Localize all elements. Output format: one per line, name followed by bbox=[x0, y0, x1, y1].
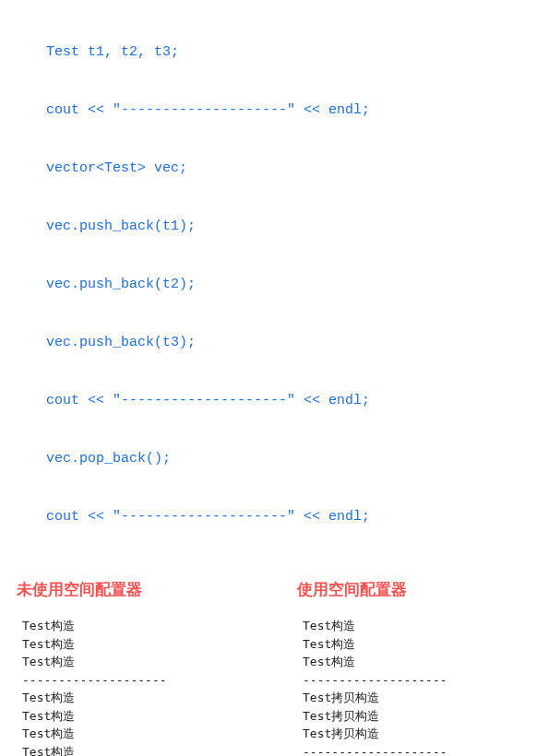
code-line: vec.pop_back(); bbox=[46, 449, 536, 468]
output-line: -------------------- bbox=[22, 671, 297, 690]
output-line: Test构造 bbox=[22, 653, 297, 671]
output-line: -------------------- bbox=[303, 743, 536, 757]
output-line: -------------------- bbox=[303, 671, 536, 690]
output-line: Test拷贝构造 bbox=[303, 725, 536, 743]
left-title: 未使用空间配置器 bbox=[17, 579, 297, 600]
right-column: 使用空间配置器 Test构造 Test构造 Test构造 -----------… bbox=[297, 579, 536, 756]
output-line: Test拷贝构造 bbox=[303, 707, 536, 726]
left-column: 未使用空间配置器 Test构造 Test构造 Test构造 ----------… bbox=[0, 579, 297, 756]
output-columns: 未使用空间配置器 Test构造 Test构造 Test构造 ----------… bbox=[0, 551, 536, 756]
output-line: Test构造 bbox=[22, 707, 297, 726]
output-line: Test构造 bbox=[303, 617, 536, 635]
output-line: Test构造 bbox=[22, 635, 297, 654]
output-line: Test拷贝构造 bbox=[303, 689, 536, 707]
output-line: Test构造 bbox=[22, 725, 297, 743]
right-title: 使用空间配置器 bbox=[297, 579, 536, 600]
code-line: cout << "--------------------" << endl; bbox=[46, 391, 536, 410]
code-line: vec.push_back(t1); bbox=[46, 217, 536, 236]
code-line: vec.push_back(t2); bbox=[46, 275, 536, 294]
code-line: cout << "--------------------" << endl; bbox=[46, 100, 536, 120]
output-line: Test构造 bbox=[22, 743, 297, 757]
code-line: vector<Test> vec; bbox=[46, 159, 536, 178]
output-line: Test构造 bbox=[22, 689, 297, 707]
output-line: Test构造 bbox=[22, 617, 297, 635]
left-output: Test构造 Test构造 Test构造 -------------------… bbox=[17, 617, 297, 756]
right-output: Test构造 Test构造 Test构造 -------------------… bbox=[297, 617, 536, 756]
code-line: vec.push_back(t3); bbox=[46, 333, 536, 352]
code-block: Test t1, t2, t3; cout << "--------------… bbox=[0, 0, 536, 551]
output-line: Test构造 bbox=[303, 635, 536, 654]
output-line: Test构造 bbox=[303, 653, 536, 671]
code-line: Test t1, t2, t3; bbox=[46, 42, 536, 62]
code-line: cout << "--------------------" << endl; bbox=[46, 507, 536, 526]
